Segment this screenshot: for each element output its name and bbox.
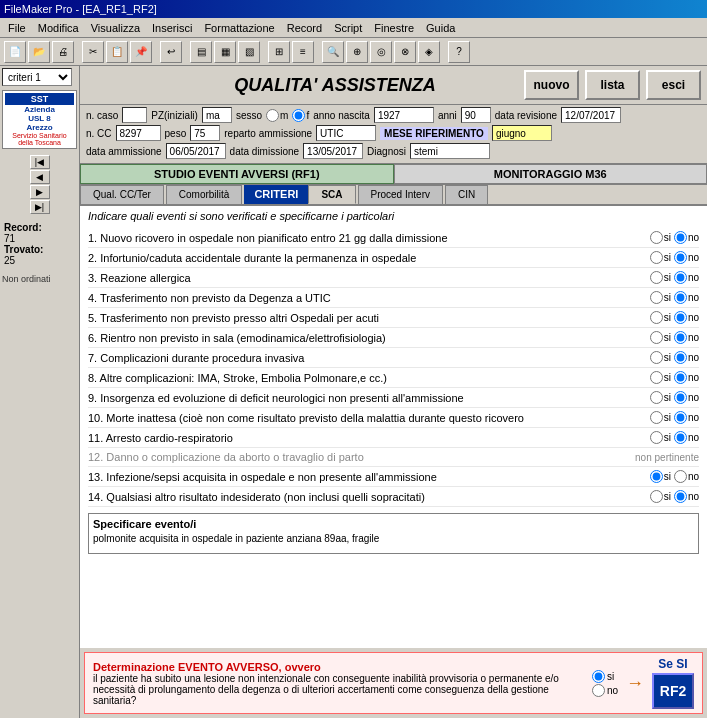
menu-record[interactable]: Record [281, 20, 328, 36]
menu-inserisci[interactable]: Inserisci [146, 20, 198, 36]
diagnosi-value[interactable]: stemi [410, 143, 490, 159]
criteria-si-radio[interactable] [650, 311, 663, 324]
criteria-dropdown[interactable]: criteri 1 [2, 68, 72, 86]
criteria-no-radio[interactable] [674, 331, 687, 344]
sesso-label: sesso [236, 110, 262, 121]
criteria-si-label: si [650, 231, 671, 244]
toolbar-btn6[interactable]: ⊕ [346, 41, 368, 63]
criteria-no-radio[interactable] [674, 351, 687, 364]
esci-button[interactable]: esci [646, 70, 701, 100]
criteria-si-radio[interactable] [650, 470, 663, 483]
toolbar-paste[interactable]: 📌 [130, 41, 152, 63]
sesso-f-label: f [292, 109, 309, 122]
tab-qual-cc-ter[interactable]: Qual. CC/Ter [80, 185, 164, 204]
toolbar-help[interactable]: ? [448, 41, 470, 63]
toolbar-btn4[interactable]: ⊞ [268, 41, 290, 63]
criteria-no-label: no [674, 291, 699, 304]
rf2-button[interactable]: RF2 [652, 673, 694, 709]
toolbar-copy[interactable]: 📋 [106, 41, 128, 63]
criteria-no-radio[interactable] [674, 490, 687, 503]
lista-button[interactable]: lista [585, 70, 640, 100]
toolbar-open[interactable]: 📂 [28, 41, 50, 63]
criteria-si-radio[interactable] [650, 431, 663, 444]
anni-label: anni [438, 110, 457, 121]
data-revisione-value[interactable]: 12/07/2017 [561, 107, 621, 123]
tabs-row: Qual. CC/Ter Comorbilità CRITERI SCA Pro… [80, 185, 707, 206]
data-dimissione-value[interactable]: 13/05/2017 [303, 143, 363, 159]
n-cc-value[interactable]: 8297 [116, 125, 161, 141]
toolbar-btn3[interactable]: ▧ [238, 41, 260, 63]
rf2-section: Se SI RF2 [652, 657, 694, 709]
menu-script[interactable]: Script [328, 20, 368, 36]
determination-no-radio[interactable] [592, 684, 605, 697]
toolbar-btn8[interactable]: ⊗ [394, 41, 416, 63]
sesso-m-radio[interactable] [266, 109, 279, 122]
nav-next[interactable]: ▶ [30, 185, 50, 199]
mese-riferimento-value[interactable]: giugno [492, 125, 552, 141]
criteria-si-radio[interactable] [650, 271, 663, 284]
logo-box: SST Azienda USL 8 Arezzo Servizio Sanita… [2, 90, 77, 149]
criteria-no-radio[interactable] [674, 251, 687, 264]
studio-row: STUDIO EVENTI AVVERSI (RF1) MONITORAGGIO… [80, 164, 707, 185]
criteria-no-radio[interactable] [674, 271, 687, 284]
criteria-si-radio[interactable] [650, 331, 663, 344]
criteria-si-radio[interactable] [650, 251, 663, 264]
peso-value[interactable]: 75 [190, 125, 220, 141]
criteria-si-radio[interactable] [650, 231, 663, 244]
toolbar-btn2[interactable]: ▦ [214, 41, 236, 63]
criteria-si-radio[interactable] [650, 351, 663, 364]
criteria-no-radio[interactable] [674, 391, 687, 404]
pz-iniziali-value[interactable]: ma [202, 107, 232, 123]
menu-guida[interactable]: Guida [420, 20, 461, 36]
criteria-no-radio[interactable] [674, 291, 687, 304]
criteria-no-radio[interactable] [674, 470, 687, 483]
tab-sca[interactable]: SCA [308, 185, 355, 204]
criteria-si-radio[interactable] [650, 291, 663, 304]
criteria-si-radio[interactable] [650, 411, 663, 424]
reparto-ammissione-value[interactable]: UTIC [316, 125, 376, 141]
criteria-item: 4. Trasferimento non previsto da Degenza… [88, 288, 699, 308]
criteria-no-radio[interactable] [674, 371, 687, 384]
data-ammissione-value[interactable]: 06/05/2017 [166, 143, 226, 159]
header-title: QUALITA' ASSISTENZA [146, 75, 524, 96]
toolbar-undo[interactable]: ↩ [160, 41, 182, 63]
menu-modifica[interactable]: Modifica [32, 20, 85, 36]
determination-no-label: no [592, 684, 618, 697]
toolbar-search[interactable]: 🔍 [322, 41, 344, 63]
criteria-no-radio[interactable] [674, 311, 687, 324]
menu-finestre[interactable]: Finestre [368, 20, 420, 36]
criteria-no-radio[interactable] [674, 411, 687, 424]
toolbar-btn1[interactable]: ▤ [190, 41, 212, 63]
toolbar-cut[interactable]: ✂ [82, 41, 104, 63]
determination-controls: si no [592, 670, 618, 697]
anno-nascita-value[interactable]: 1927 [374, 107, 434, 123]
tab-comorbilita[interactable]: Comorbilità [166, 185, 243, 204]
toolbar-btn5[interactable]: ≡ [292, 41, 314, 63]
criteria-no-radio[interactable] [674, 431, 687, 444]
tab-cin[interactable]: CIN [445, 185, 488, 204]
criteria-no-radio[interactable] [674, 231, 687, 244]
nuovo-button[interactable]: nuovo [524, 70, 579, 100]
nav-first[interactable]: |◀ [30, 155, 50, 169]
n-caso-value[interactable] [122, 107, 147, 123]
anni-value[interactable]: 90 [461, 107, 491, 123]
criteria-si-radio[interactable] [650, 371, 663, 384]
criteria-si-radio[interactable] [650, 391, 663, 404]
menu-file[interactable]: File [2, 20, 32, 36]
determination-si-radio[interactable] [592, 670, 605, 683]
toolbar-new[interactable]: 📄 [4, 41, 26, 63]
tab-proced-interv[interactable]: Proced Interv [358, 185, 443, 204]
toolbar-print[interactable]: 🖨 [52, 41, 74, 63]
criteria-no-label: no [674, 231, 699, 244]
sesso-f-radio[interactable] [292, 109, 305, 122]
nav-prev[interactable]: ◀ [30, 170, 50, 184]
nav-last[interactable]: ▶| [30, 200, 50, 214]
criteria-si-radio[interactable] [650, 490, 663, 503]
criteria-item: 8. Altre complicazioni: IMA, Stroke, Emb… [88, 368, 699, 388]
specificare-value[interactable]: polmonite acquisita in ospedale in pazie… [93, 533, 694, 549]
patient-row-1: n. caso PZ(iniziali) ma sesso m f anno n… [86, 107, 701, 123]
toolbar-btn9[interactable]: ◈ [418, 41, 440, 63]
menu-formattazione[interactable]: Formattazione [198, 20, 280, 36]
toolbar-btn7[interactable]: ◎ [370, 41, 392, 63]
menu-visualizza[interactable]: Visualizza [85, 20, 146, 36]
